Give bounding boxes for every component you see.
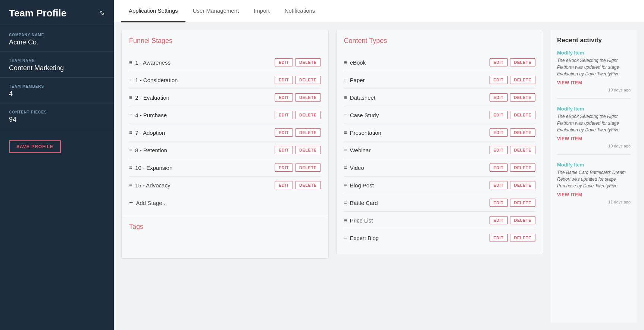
content-type-delete-button[interactable]: DELETE [510, 146, 535, 154]
edit-profile-icon[interactable]: ✎ [99, 9, 105, 18]
content-type-edit-button[interactable]: EDIT [490, 128, 508, 137]
drag-handle-icon: ≡ [129, 182, 132, 188]
funnel-edit-button[interactable]: EDIT [275, 146, 293, 154]
activity-view-link[interactable]: VIEW ITEM [557, 80, 631, 85]
company-label: COMPANY NAME [9, 33, 105, 37]
drag-handle-icon: ≡ [129, 77, 132, 83]
content-types-panel: Content Types ≡ eBook EDIT DELETE ≡ Pape… [336, 30, 544, 254]
funnel-stage-item: ≡ 8 - Retention EDIT DELETE [129, 141, 321, 159]
content-type-item: ≡ Datasheet EDIT DELETE [344, 89, 536, 106]
funnel-item-label: ≡ 2 - Evaluation [129, 94, 169, 101]
funnel-item-actions: EDIT DELETE [275, 58, 321, 66]
funnel-edit-button[interactable]: EDIT [275, 128, 293, 137]
content-type-edit-button[interactable]: EDIT [490, 234, 508, 242]
funnel-edit-button[interactable]: EDIT [275, 76, 293, 84]
funnel-stage-item: ≡ 10 - Expansion EDIT DELETE [129, 159, 321, 177]
activity-view-link[interactable]: VIEW ITEM [557, 136, 631, 141]
content-type-delete-button[interactable]: DELETE [510, 164, 535, 172]
content-type-edit-button[interactable]: EDIT [490, 58, 508, 66]
drag-handle-icon: ≡ [129, 94, 132, 100]
activity-item: Modify Item The eBook Selecting the Righ… [557, 106, 631, 155]
content-type-actions: EDIT DELETE [490, 93, 535, 102]
content-type-delete-button[interactable]: DELETE [510, 128, 535, 137]
team-members-section: TEAM MEMBERS 4 [0, 78, 114, 103]
tab-import[interactable]: Import [246, 0, 277, 22]
content-type-delete-button[interactable]: DELETE [510, 199, 535, 207]
content-type-item: ≡ eBook EDIT DELETE [344, 54, 536, 71]
content-type-edit-button[interactable]: EDIT [490, 164, 508, 172]
content-type-label: ≡ Presentation [344, 130, 381, 136]
funnel-stage-item: ≡ 1 - Consideration EDIT DELETE [129, 71, 321, 89]
recent-activity-panel: Recent activity Modify Item The eBook Se… [551, 30, 637, 323]
content-type-edit-button[interactable]: EDIT [490, 181, 508, 189]
content-type-actions: EDIT DELETE [490, 234, 535, 242]
add-stage-button[interactable]: + Add Stage... [129, 194, 321, 208]
content-type-edit-button[interactable]: EDIT [490, 111, 508, 119]
tab-app-settings[interactable]: Application Settings [121, 0, 185, 22]
funnel-stage-item: ≡ 4 - Purchase EDIT DELETE [129, 106, 321, 124]
team-name-value: Content Marketing [9, 64, 105, 72]
content-type-label: ≡ Video [344, 165, 364, 171]
funnel-edit-button[interactable]: EDIT [275, 93, 293, 102]
drag-handle-icon: ≡ [344, 112, 347, 118]
content-type-delete-button[interactable]: DELETE [510, 58, 535, 66]
content-type-label: ≡ Datasheet [344, 94, 376, 101]
funnel-delete-button[interactable]: DELETE [295, 128, 321, 137]
content-type-edit-button[interactable]: EDIT [490, 93, 508, 102]
activity-modify-label: Modify Item [557, 162, 631, 168]
activity-timestamp: 10 days ago [557, 88, 631, 92]
content-pieces-value: 94 [9, 116, 105, 124]
content-type-delete-button[interactable]: DELETE [510, 76, 535, 84]
funnel-item-label: ≡ 8 - Retention [129, 147, 167, 153]
content-types-body: ≡ eBook EDIT DELETE ≡ Paper EDIT DELETE … [337, 50, 543, 254]
funnel-delete-button[interactable]: DELETE [295, 58, 321, 66]
activity-view-link[interactable]: VIEW ITEM [557, 192, 631, 197]
drag-handle-icon: ≡ [129, 147, 132, 153]
activity-description: The Battle Card Battlecard: Dream Report… [557, 169, 631, 189]
activity-timestamp: 10 days ago [557, 144, 631, 148]
activity-item: Modify Item The Battle Card Battlecard: … [557, 162, 631, 210]
drag-handle-icon: ≡ [129, 112, 132, 118]
funnel-delete-button[interactable]: DELETE [295, 181, 321, 189]
tab-notifications[interactable]: Notifications [277, 0, 323, 22]
funnel-delete-button[interactable]: DELETE [295, 146, 321, 154]
content-type-delete-button[interactable]: DELETE [510, 216, 535, 224]
content-type-delete-button[interactable]: DELETE [510, 234, 535, 242]
funnel-item-label: ≡ 4 - Purchase [129, 112, 167, 118]
drag-handle-icon: ≡ [344, 182, 347, 188]
team-members-value: 4 [9, 90, 105, 98]
sidebar-header: Team Profile ✎ [0, 0, 114, 26]
content-pieces-section: CONTENT PIECES 94 [0, 103, 114, 129]
content-type-edit-button[interactable]: EDIT [490, 146, 508, 154]
funnel-edit-button[interactable]: EDIT [275, 111, 293, 119]
funnel-delete-button[interactable]: DELETE [295, 164, 321, 172]
content-type-delete-button[interactable]: DELETE [510, 111, 535, 119]
content-type-label: ≡ Price List [344, 217, 373, 224]
funnel-edit-button[interactable]: EDIT [275, 58, 293, 66]
content-type-edit-button[interactable]: EDIT [490, 76, 508, 84]
drag-handle-icon: ≡ [344, 165, 347, 171]
content-type-edit-button[interactable]: EDIT [490, 216, 508, 224]
content-type-item: ≡ Blog Post EDIT DELETE [344, 177, 536, 194]
funnel-stage-item: ≡ 7 - Adoption EDIT DELETE [129, 124, 321, 141]
funnel-item-actions: EDIT DELETE [275, 128, 321, 137]
tab-user-management[interactable]: User Management [185, 0, 246, 22]
content-type-actions: EDIT DELETE [490, 76, 535, 84]
funnel-delete-button[interactable]: DELETE [295, 76, 321, 84]
company-section: COMPANY NAME Acme Co. [0, 26, 114, 52]
content-type-item: ≡ Presentation EDIT DELETE [344, 124, 536, 141]
tags-body [122, 236, 328, 258]
content-type-item: ≡ Expert Blog EDIT DELETE [344, 229, 536, 246]
content-type-edit-button[interactable]: EDIT [490, 199, 508, 207]
funnel-edit-button[interactable]: EDIT [275, 164, 293, 172]
funnel-delete-button[interactable]: DELETE [295, 93, 321, 102]
funnel-delete-button[interactable]: DELETE [295, 111, 321, 119]
funnel-stages-panel: Funnel Stages ≡ 1 - Awareness EDIT DELET… [121, 30, 329, 259]
content-type-delete-button[interactable]: DELETE [510, 93, 535, 102]
funnel-edit-button[interactable]: EDIT [275, 181, 293, 189]
funnel-item-label: ≡ 1 - Consideration [129, 77, 178, 83]
drag-handle-icon: ≡ [344, 200, 347, 206]
content-type-delete-button[interactable]: DELETE [510, 181, 535, 189]
save-profile-button[interactable]: SAVE PROFILE [9, 140, 61, 153]
funnel-stage-item: ≡ 1 - Awareness EDIT DELETE [129, 54, 321, 71]
